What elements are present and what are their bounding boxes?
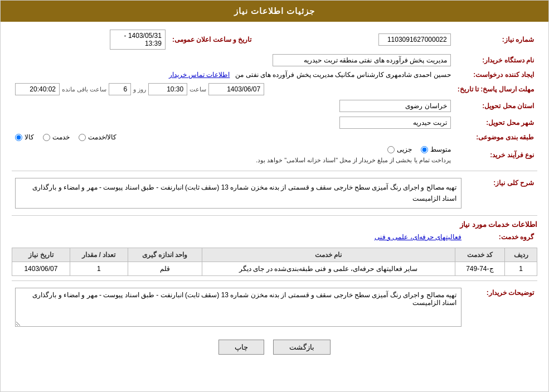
category-khidmat[interactable]: خدمت — [43, 133, 70, 141]
col-header-unit: واحد اندازه گیری — [128, 248, 202, 262]
need-number-label: شماره نیاز: — [454, 27, 537, 52]
buyer-notes-table: توضیحات خریدار: — [12, 285, 537, 331]
description-table: شرح کلی نیاز: تهیه مصالح و اجرای رنگ آمی… — [12, 176, 537, 211]
table-row: 1ج-74-749سایر فعالیتهای حرفه‌ای، علمی و … — [12, 262, 537, 275]
announce-label: تاریخ و ساعت اعلان عمومی: — [169, 27, 255, 52]
col-header-code: کد خدمت — [455, 248, 504, 262]
process-row: متوسط جزیی پرداخت تمام یا بخشی از مبلغ خ… — [12, 143, 454, 166]
description-label: شرح کلی نیاز: — [465, 176, 537, 211]
date-label: مهلت ارسال پاسخ: تا تاریخ: — [454, 81, 537, 98]
creator-link[interactable]: اطلاعات تماس خریدار — [169, 71, 230, 79]
remaining-box: 20:40:02 — [15, 83, 60, 95]
buyer-org-value: مدیریت پخش فرآورده های نفتی منطقه تربت ح… — [12, 52, 454, 69]
service-group-table: گروه خدمت: فعالیتهای حرفه‌ای، علمی و فنی — [12, 231, 537, 243]
days-box: 6 — [109, 83, 131, 95]
button-row: بازگشت چاپ — [12, 340, 537, 355]
process-jozi[interactable]: جزیی — [387, 146, 412, 153]
buyer-notes-value — [12, 285, 465, 331]
category-radio-group: کالا/خدمت خدمت کالا — [12, 131, 454, 143]
page-title: جزئیات اطلاعات نیاز — [234, 6, 315, 16]
service-group-value: فعالیتهای حرفه‌ای، علمی و فنی — [12, 231, 465, 243]
city-value: تربت حیدریه — [12, 114, 454, 131]
buyer-org-box: مدیریت پخش فرآورده های نفتی منطقه تربت ح… — [273, 54, 451, 66]
days-label: روز و — [133, 86, 146, 93]
category-kala-khidmat[interactable]: کالا/خدمت — [79, 133, 116, 141]
info-table: شماره نیاز: 1103091627000022 تاریخ و ساع… — [12, 27, 537, 166]
page-header: جزئیات اطلاعات نیاز — [1, 1, 548, 22]
divider-1 — [12, 171, 537, 171]
description-value: تهیه مصالح و اجرای رنگ آمیزی سطح خارجی س… — [12, 176, 465, 211]
process-note: پرداخت تمام یا بخشی از مبلغ خریدار از مح… — [256, 157, 451, 164]
service-group-link[interactable]: فعالیتهای حرفه‌ای، علمی و فنی — [375, 233, 461, 241]
back-button[interactable]: بازگشت — [273, 340, 331, 355]
date-box: 1403/06/07 — [208, 83, 264, 95]
services-section-title: اطلاعات خدمات مورد نیاز — [12, 220, 537, 229]
need-number-box: 1103091627000022 — [378, 33, 451, 46]
col-header-qty: تعداد / مقدار — [70, 248, 128, 262]
city-label: شهر محل تحویل: — [454, 114, 537, 131]
time-box: 10:30 — [148, 83, 187, 95]
col-header-row: ردیف — [505, 248, 537, 262]
creator-label: ایجاد کننده درخواست: — [454, 69, 537, 81]
buyer-notes-label: توضیحات خریدار: — [465, 285, 537, 331]
col-header-name: نام خدمت — [202, 248, 455, 262]
description-box: تهیه مصالح و اجرای رنگ آمیزی سطح خارجی س… — [15, 178, 461, 209]
service-group-label: گروه خدمت: — [465, 231, 537, 243]
col-header-date: تاریخ نیاز — [12, 248, 70, 262]
announce-value: 1403/05/31 - 13:39 — [12, 27, 169, 52]
province-value: خراسان رضوی — [12, 98, 454, 114]
divider-2 — [12, 215, 537, 216]
buyer-notes-textarea[interactable] — [15, 288, 461, 327]
print-button[interactable]: چاپ — [218, 340, 264, 355]
remaining-label: ساعت باقی مانده — [62, 86, 106, 93]
process-label: نوع فرآیند خرید: — [454, 143, 537, 166]
buyer-org-label: نام دستگاه خریدار: — [454, 52, 537, 69]
province-label: استان محل تحویل: — [454, 98, 537, 114]
creator-text: حسین احمدی شادمهری کارشناس مکانیک مدیریت… — [235, 71, 450, 79]
time-label: ساعت — [190, 86, 206, 93]
process-motavasset[interactable]: متوسط — [421, 146, 451, 153]
need-number-value: 1103091627000022 — [255, 27, 454, 52]
creator-value: حسین احمدی شادمهری کارشناس مکانیک مدیریت… — [12, 69, 454, 81]
divider-3 — [12, 280, 537, 281]
category-kala[interactable]: کالا — [15, 133, 34, 141]
province-box: خراسان رضوی — [339, 100, 451, 112]
category-label: طبقه بندی موضوعی: — [454, 131, 537, 143]
date-row: 1403/06/07 ساعت 10:30 روز و 6 ساعت باقی … — [12, 81, 454, 98]
services-table: ردیف کد خدمت نام خدمت واحد اندازه گیری ت… — [12, 248, 537, 276]
city-box: تربت حیدریه — [339, 117, 451, 129]
announce-box: 1403/05/31 - 13:39 — [110, 30, 166, 50]
